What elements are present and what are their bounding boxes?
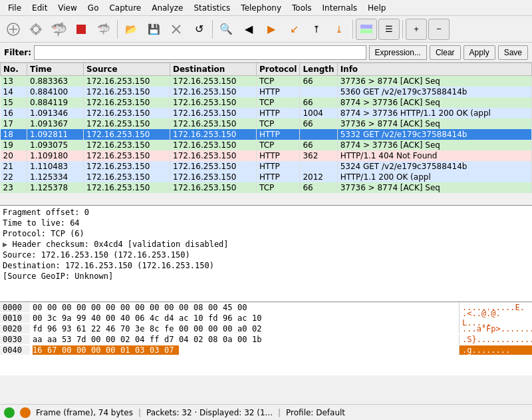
svg-rect-9 xyxy=(76,25,86,34)
menu-telephony[interactable]: Telephony xyxy=(235,2,287,14)
table-header-row: No. Time Source Destination Protocol Len… xyxy=(1,63,532,76)
status-sep-1: | xyxy=(138,408,141,417)
menu-internals[interactable]: Internals xyxy=(317,2,363,14)
find-packet-btn[interactable]: 🔍 xyxy=(215,19,237,40)
filter-input[interactable] xyxy=(34,45,366,60)
packet-tbody: 130.883363172.16.253.150172.16.253.150TC… xyxy=(1,76,532,194)
svg-point-3 xyxy=(33,26,39,33)
table-row[interactable]: 201.109180172.16.253.150172.16.253.150HT… xyxy=(1,150,532,161)
toolbar-sep-4 xyxy=(402,20,403,39)
col-header-info[interactable]: Info xyxy=(337,63,531,76)
menu-view[interactable]: View xyxy=(53,2,82,14)
apply-btn[interactable]: Apply xyxy=(464,45,495,60)
status-icon-green xyxy=(4,407,15,418)
table-row[interactable]: 191.093075172.16.253.150172.16.253.150TC… xyxy=(1,140,532,150)
menu-edit[interactable]: Edit xyxy=(27,2,53,14)
table-row[interactable]: 161.091346172.16.253.150172.16.253.150HT… xyxy=(1,108,532,118)
toolbar-sep-2 xyxy=(212,20,213,39)
col-header-time[interactable]: Time xyxy=(27,63,84,76)
table-row[interactable]: 221.125334172.16.253.150172.16.253.150HT… xyxy=(1,172,532,182)
menu-file[interactable]: File xyxy=(3,2,27,14)
col-header-length[interactable]: Length xyxy=(300,63,337,76)
table-row[interactable]: 181.092811172.16.253.150172.16.253.150HT… xyxy=(1,129,532,140)
menu-tools[interactable]: Tools xyxy=(287,2,317,14)
hex-panel[interactable]: 000000 00 00 00 00 00 00 00 00 00 00 08 … xyxy=(0,302,532,375)
filterbar: Filter: Expression... Clear Apply Save xyxy=(0,43,532,63)
menu-help[interactable]: Help xyxy=(362,2,391,14)
table-row[interactable]: 171.091367172.16.253.150172.16.253.150TC… xyxy=(1,118,532,129)
col-header-no[interactable]: No. xyxy=(1,63,27,76)
table-row[interactable]: 231.125378172.16.253.150172.16.253.150TC… xyxy=(1,182,532,193)
detail-line[interactable]: Fragment offset: 0 xyxy=(3,207,529,218)
go-last-btn[interactable]: ⤓ xyxy=(329,19,350,40)
packet-table-container[interactable]: No. Time Source Destination Protocol Len… xyxy=(0,63,532,206)
packets-info: Packets: 32 · Displayed: 32 (1... xyxy=(146,408,273,417)
save-file-btn[interactable]: 💾 xyxy=(143,19,164,40)
profile-info: Profile: Default xyxy=(286,408,345,417)
capture-options-btn[interactable] xyxy=(25,19,47,40)
status-sep-2: | xyxy=(278,408,281,417)
close-file-btn[interactable] xyxy=(166,19,187,40)
menubar: File Edit View Go Capture Analyze Statis… xyxy=(0,0,532,16)
clear-btn[interactable]: Clear xyxy=(430,45,461,60)
table-row[interactable]: 150.884119172.16.253.150172.16.253.150TC… xyxy=(1,97,532,108)
col-header-destination[interactable]: Destination xyxy=(170,63,257,76)
stop-capture-btn[interactable] xyxy=(70,19,92,40)
menu-capture[interactable]: Capture xyxy=(104,2,146,14)
zoom-btn[interactable]: ☰ xyxy=(378,19,400,40)
table-row[interactable]: 140.884100172.16.253.150172.16.253.150HT… xyxy=(1,87,532,97)
go-first-btn[interactable]: ⤒ xyxy=(306,19,327,40)
collapse-btn[interactable]: − xyxy=(428,19,450,40)
stop-icon xyxy=(75,23,87,35)
expand-btn[interactable]: + xyxy=(406,19,427,40)
detail-line[interactable]: [Source GeoIP: Unknown] xyxy=(3,271,529,282)
menu-statistics[interactable]: Statistics xyxy=(188,2,235,14)
hex-row: 004016 67 00 00 00 00 01 03 03 07 .g....… xyxy=(0,345,532,355)
menu-analyze[interactable]: Analyze xyxy=(146,2,188,14)
toolbar-sep-1 xyxy=(117,20,118,39)
detail-line[interactable]: Destination: 172.16.253.150 (172.16.253.… xyxy=(3,260,529,271)
col-header-protocol[interactable]: Protocol xyxy=(257,63,300,76)
save-btn[interactable]: Save xyxy=(498,45,528,60)
colorize-icon xyxy=(360,25,372,34)
hex-row: 0020fd 96 93 61 22 46 70 3e 8c fe 00 00 … xyxy=(0,323,532,334)
toolbar: 🦈 🦈 📂 💾 ↺ 🔍 ◀ ▶ ↙ ⤒ ⤓ ☰ + − xyxy=(0,16,532,43)
interfaces-icon xyxy=(6,22,21,37)
options-icon xyxy=(29,22,43,37)
go-forward-btn[interactable]: ▶ xyxy=(261,19,282,40)
frame-info: Frame (frame), 74 bytes xyxy=(36,408,133,417)
detail-line[interactable]: Header checksum: 0x4cd4 [validation disa… xyxy=(3,239,529,250)
detail-panel[interactable]: Fragment offset: 0Time to live: 64Protoc… xyxy=(0,206,532,302)
svg-rect-12 xyxy=(360,25,372,29)
go-to-packet-btn[interactable]: ↙ xyxy=(283,19,305,40)
detail-line[interactable]: Source: 172.16.253.150 (172.16.253.150) xyxy=(3,250,529,260)
hex-row: 000000 00 00 00 00 00 00 00 00 00 00 08 … xyxy=(0,302,532,313)
hex-row: 0030aa aa 53 7d 00 00 02 04 ff d7 04 02 … xyxy=(0,334,532,345)
table-row[interactable]: 211.110483172.16.253.150172.16.253.150HT… xyxy=(1,161,532,172)
go-back-btn[interactable]: ◀ xyxy=(238,19,259,40)
svg-rect-13 xyxy=(360,29,372,33)
statusbar: Frame (frame), 74 bytes | Packets: 32 · … xyxy=(0,404,532,420)
expression-btn[interactable]: Expression... xyxy=(369,45,427,60)
restart-capture-btn[interactable]: 🦈 xyxy=(93,19,114,40)
col-header-source[interactable]: Source xyxy=(84,63,170,76)
packet-table: No. Time Source Destination Protocol Len… xyxy=(0,63,532,193)
hex-row: 001000 3c 9a 99 40 00 40 06 4c d4 ac 10 … xyxy=(0,313,532,323)
start-capture-btn[interactable]: 🦈 xyxy=(48,19,69,40)
open-file-btn[interactable]: 📂 xyxy=(120,19,142,40)
table-row[interactable]: 130.883363172.16.253.150172.16.253.150TC… xyxy=(1,76,532,87)
toolbar-sep-3 xyxy=(352,20,353,39)
detail-line[interactable]: Time to live: 64 xyxy=(3,218,529,228)
open-interfaces-btn[interactable] xyxy=(3,19,24,40)
reload-btn[interactable]: ↺ xyxy=(188,19,209,40)
colorize-btn[interactable] xyxy=(356,19,377,40)
detail-line[interactable]: Protocol: TCP (6) xyxy=(3,228,529,239)
status-icon-orange xyxy=(20,407,31,418)
menu-go[interactable]: Go xyxy=(82,2,104,14)
close-icon xyxy=(171,24,182,35)
filter-label: Filter: xyxy=(4,48,31,57)
